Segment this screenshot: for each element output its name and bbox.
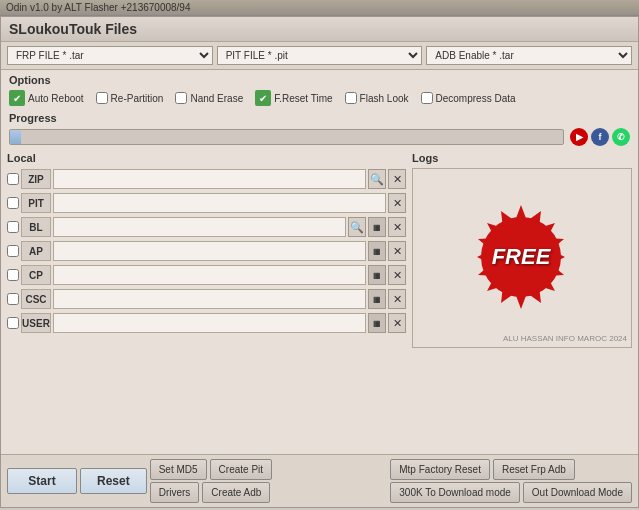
- pit-input[interactable]: [53, 193, 386, 213]
- pit-checkbox[interactable]: [7, 197, 19, 209]
- btn-row-bottom-left: Drivers Create Adb: [150, 482, 272, 503]
- local-section: Local ZIP 🔍 ✕ PIT ✕: [7, 152, 406, 450]
- youtube-icon[interactable]: ▶: [570, 128, 588, 146]
- f-reset-time-checkmark-icon: ✔: [255, 90, 271, 106]
- cp-clear-btn[interactable]: ✕: [388, 265, 406, 285]
- bl-clear-btn[interactable]: ✕: [388, 217, 406, 237]
- logs-box: FREE ALU HASSAN INFO MAROC 2024: [412, 168, 632, 348]
- user-checkbox[interactable]: [7, 317, 19, 329]
- csc-checkbox[interactable]: [7, 293, 19, 305]
- bl-search-btn[interactable]: 🔍: [348, 217, 366, 237]
- window-header: SLoukouTouk Files: [1, 17, 638, 42]
- bl-label: BL: [21, 217, 51, 237]
- file-row-zip: ZIP 🔍 ✕: [7, 168, 406, 190]
- cp-checkbox[interactable]: [7, 269, 19, 281]
- option-f-reset-time: ✔ F.Reset Time: [255, 90, 332, 106]
- pit-file-selector: PIT FILE * .pit: [217, 46, 423, 65]
- whatsapp-icon[interactable]: ✆: [612, 128, 630, 146]
- csc-label: CSC: [21, 289, 51, 309]
- csc-input[interactable]: [53, 289, 366, 309]
- zip-label: ZIP: [21, 169, 51, 189]
- free-badge-circle: FREE: [481, 217, 561, 297]
- drivers-button[interactable]: Drivers: [150, 482, 200, 503]
- user-label: USER: [21, 313, 51, 333]
- option-decompress-data-label: Decompress Data: [436, 93, 516, 104]
- csc-grid-btn[interactable]: ▦: [368, 289, 386, 309]
- free-badge-text: FREE: [492, 244, 551, 270]
- user-input[interactable]: [53, 313, 366, 333]
- nand-erase-checkbox[interactable]: [175, 92, 187, 104]
- progress-bar: [9, 129, 564, 145]
- frp-file-dropdown[interactable]: FRP FILE * .tar: [7, 46, 213, 65]
- file-row-pit: PIT ✕: [7, 192, 406, 214]
- progress-bar-container: ▶ f ✆: [9, 128, 630, 146]
- option-flash-look-label: Flash Look: [360, 93, 409, 104]
- options-section: Options ✔ Auto Reboot Re-Partition Nand …: [1, 70, 638, 108]
- csc-clear-btn[interactable]: ✕: [388, 289, 406, 309]
- facebook-icon[interactable]: f: [591, 128, 609, 146]
- main-window: SLoukouTouk Files FRP FILE * .tar PIT FI…: [0, 16, 639, 508]
- out-download-mode-button[interactable]: Out Download Mode: [523, 482, 632, 503]
- window-title: SLoukouTouk Files: [9, 21, 137, 37]
- bl-grid-btn[interactable]: ▦: [368, 217, 386, 237]
- ap-input[interactable]: [53, 241, 366, 261]
- reset-frp-adb-button[interactable]: Reset Frp Adb: [493, 459, 575, 480]
- zip-input[interactable]: [53, 169, 366, 189]
- progress-section: Progress ▶ f ✆: [1, 108, 638, 148]
- file-selectors-row: FRP FILE * .tar PIT FILE * .pit ADB Enab…: [1, 42, 638, 70]
- ap-label: AP: [21, 241, 51, 261]
- option-decompress-data: Decompress Data: [421, 92, 516, 104]
- bl-input[interactable]: [53, 217, 346, 237]
- zip-search-btn[interactable]: 🔍: [368, 169, 386, 189]
- bottom-bar: Start Reset Set MD5 Create Pit Drivers C…: [1, 454, 638, 507]
- decompress-data-checkbox[interactable]: [421, 92, 433, 104]
- btn-row-top-left: Set MD5 Create Pit: [150, 459, 272, 480]
- zip-clear-btn[interactable]: ✕: [388, 169, 406, 189]
- logs-section: Logs FREE ALU HASSAN INFO MAROC 2024: [412, 152, 632, 450]
- option-flash-look: Flash Look: [345, 92, 409, 104]
- zip-checkbox[interactable]: [7, 173, 19, 185]
- adb-file-selector: ADB Enable * .tar: [426, 46, 632, 65]
- user-clear-btn[interactable]: ✕: [388, 313, 406, 333]
- reset-button[interactable]: Reset: [80, 468, 147, 494]
- file-row-ap: AP ▦ ✕: [7, 240, 406, 262]
- adb-file-dropdown[interactable]: ADB Enable * .tar: [426, 46, 632, 65]
- content-area: Local ZIP 🔍 ✕ PIT ✕: [1, 148, 638, 454]
- re-partition-checkbox[interactable]: [96, 92, 108, 104]
- cp-grid-btn[interactable]: ▦: [368, 265, 386, 285]
- mtp-factory-reset-button[interactable]: Mtp Factory Reset: [390, 459, 490, 480]
- file-rows: ZIP 🔍 ✕ PIT ✕ BL 🔍: [7, 168, 406, 334]
- 300k-download-mode-button[interactable]: 300K To Download mode: [390, 482, 520, 503]
- create-pit-button[interactable]: Create Pit: [210, 459, 272, 480]
- btn-row-top-right: Mtp Factory Reset Reset Frp Adb: [390, 459, 632, 480]
- option-nand-erase: Nand Erase: [175, 92, 243, 104]
- ap-grid-btn[interactable]: ▦: [368, 241, 386, 261]
- watermark-text: ALU HASSAN INFO MAROC 2024: [503, 334, 627, 343]
- ap-clear-btn[interactable]: ✕: [388, 241, 406, 261]
- create-adb-button[interactable]: Create Adb: [202, 482, 270, 503]
- pit-label: PIT: [21, 193, 51, 213]
- title-bar-text: Odin v1.0 by ALT Flasher +213670008/94: [6, 2, 190, 13]
- frp-file-selector: FRP FILE * .tar: [7, 46, 213, 65]
- btn-row-bottom-right: 300K To Download mode Out Download Mode: [390, 482, 632, 503]
- cp-input[interactable]: [53, 265, 366, 285]
- flash-look-checkbox[interactable]: [345, 92, 357, 104]
- user-grid-btn[interactable]: ▦: [368, 313, 386, 333]
- local-title: Local: [7, 152, 406, 164]
- pit-file-dropdown[interactable]: PIT FILE * .pit: [217, 46, 423, 65]
- logs-title: Logs: [412, 152, 632, 164]
- btn-group-right: Mtp Factory Reset Reset Frp Adb 300K To …: [390, 459, 632, 503]
- pit-clear-btn[interactable]: ✕: [388, 193, 406, 213]
- bl-checkbox[interactable]: [7, 221, 19, 233]
- social-icons: ▶ f ✆: [570, 128, 630, 146]
- title-bar: Odin v1.0 by ALT Flasher +213670008/94: [0, 0, 639, 16]
- option-nand-erase-label: Nand Erase: [190, 93, 243, 104]
- start-button[interactable]: Start: [7, 468, 77, 494]
- set-md5-button[interactable]: Set MD5: [150, 459, 207, 480]
- cp-label: CP: [21, 265, 51, 285]
- ap-checkbox[interactable]: [7, 245, 19, 257]
- progress-bar-fill: [10, 130, 21, 144]
- option-re-partition: Re-Partition: [96, 92, 164, 104]
- option-f-reset-time-label: F.Reset Time: [274, 93, 332, 104]
- file-row-user: USER ▦ ✕: [7, 312, 406, 334]
